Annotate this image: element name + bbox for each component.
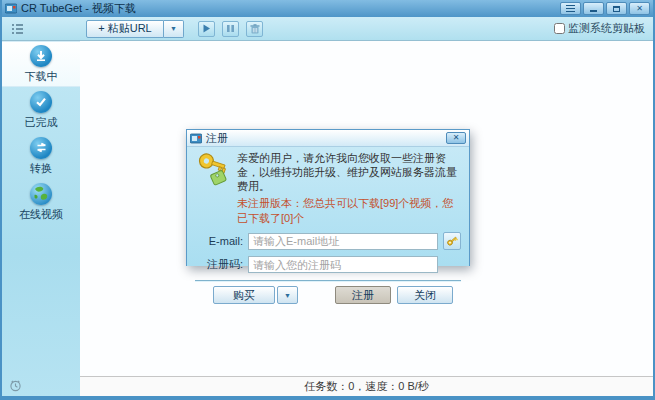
sidebar-item-label: 转换 — [30, 161, 52, 176]
paste-url-button[interactable]: + 粘贴URL — [86, 20, 164, 38]
register-dialog: 注册 ✕ — [186, 129, 470, 266]
clipboard-monitor-option: 监测系统剪贴板 — [554, 21, 645, 36]
close-button-label: 关闭 — [414, 288, 436, 303]
minimize-icon — [590, 10, 597, 12]
regcode-label: 注册码: — [195, 257, 243, 272]
grip-icon[interactable] — [12, 23, 24, 35]
schedule-clock-icon[interactable] — [9, 379, 22, 392]
maximize-button[interactable] — [606, 2, 627, 15]
buy-button[interactable]: 购买 — [213, 286, 275, 304]
sidebar-item-convert[interactable]: 转换 — [2, 133, 80, 179]
menu-icon — [566, 5, 575, 12]
chevron-down-icon: ▼ — [170, 25, 177, 32]
email-label: E-mail: — [195, 235, 243, 247]
dialog-footer: 购买 ▼ 注册 关闭 — [195, 280, 461, 304]
check-icon — [30, 91, 52, 113]
close-icon: ✕ — [453, 134, 460, 142]
dialog-content: 亲爱的用户，请允许我向您收取一些注册资金，以维持功能升级、维护及网站服务器流量费… — [187, 147, 469, 266]
download-icon — [30, 45, 52, 67]
dialog-titlebar: 注册 ✕ — [187, 130, 469, 147]
email-field[interactable] — [248, 233, 438, 250]
delete-button[interactable] — [246, 21, 263, 37]
start-button[interactable] — [198, 21, 215, 37]
minimize-button[interactable] — [583, 2, 604, 15]
register-button[interactable]: 注册 — [335, 286, 391, 304]
paste-url-label: + 粘贴URL — [98, 21, 152, 36]
small-key-icon — [446, 235, 458, 247]
pause-button[interactable] — [222, 21, 239, 37]
regcode-field[interactable] — [248, 256, 438, 273]
window-controls: ✕ — [560, 2, 650, 15]
close-icon: ✕ — [636, 5, 643, 13]
menu-button[interactable] — [560, 2, 581, 15]
titlebar: CR TubeGet - 视频下载 ✕ — [2, 0, 653, 17]
pause-icon — [226, 24, 235, 33]
toolbar: + 粘贴URL ▼ 监测系统剪贴板 — [2, 17, 653, 41]
sidebar-item-completed[interactable]: 已完成 — [2, 87, 80, 133]
sidebar-item-online-video[interactable]: 在线视频 — [2, 179, 80, 225]
dialog-icon — [190, 133, 202, 144]
dialog-warning-text: 未注册版本：您总共可以下载[99]个视频，您已下载了[0]个 — [237, 196, 461, 226]
paste-url-dropdown-button[interactable]: ▼ — [164, 20, 184, 38]
maximize-icon — [613, 6, 620, 12]
clipboard-monitor-label: 监测系统剪贴板 — [568, 21, 645, 36]
convert-arrows-icon — [30, 137, 52, 159]
statusbar: 任务数：0，速度：0 B/秒 — [80, 376, 653, 396]
close-button[interactable]: ✕ — [629, 2, 650, 15]
dialog-title: 注册 — [206, 131, 228, 146]
status-text: 任务数：0，速度：0 B/秒 — [304, 379, 429, 394]
chevron-down-icon: ▼ — [284, 292, 291, 299]
key-icon — [195, 152, 229, 188]
dialog-close-button[interactable]: ✕ — [446, 132, 466, 144]
fetch-key-button[interactable] — [443, 232, 461, 250]
app-window: CR TubeGet - 视频下载 ✕ + 粘贴URL ▼ — [0, 0, 655, 400]
dialog-intro-text: 亲爱的用户，请允许我向您收取一些注册资金，以维持功能升级、维护及网站服务器流量费… — [237, 152, 461, 193]
trash-icon — [250, 24, 260, 34]
play-icon — [202, 24, 211, 33]
sidebar: 下载中 已完成 转换 — [2, 41, 80, 396]
sidebar-item-label: 下载中 — [25, 69, 58, 84]
buy-button-label: 购买 — [233, 288, 255, 303]
sidebar-item-label: 在线视频 — [19, 207, 63, 222]
window-title: CR TubeGet - 视频下载 — [21, 0, 136, 17]
buy-dropdown-button[interactable]: ▼ — [277, 286, 298, 304]
app-icon — [5, 3, 17, 14]
sidebar-item-label: 已完成 — [25, 115, 58, 130]
media-buttons — [198, 21, 263, 37]
register-button-label: 注册 — [352, 288, 374, 303]
dialog-close-action-button[interactable]: 关闭 — [397, 286, 453, 304]
clipboard-monitor-checkbox[interactable] — [554, 23, 565, 34]
sidebar-item-downloading[interactable]: 下载中 — [2, 41, 80, 87]
globe-icon — [30, 183, 52, 205]
